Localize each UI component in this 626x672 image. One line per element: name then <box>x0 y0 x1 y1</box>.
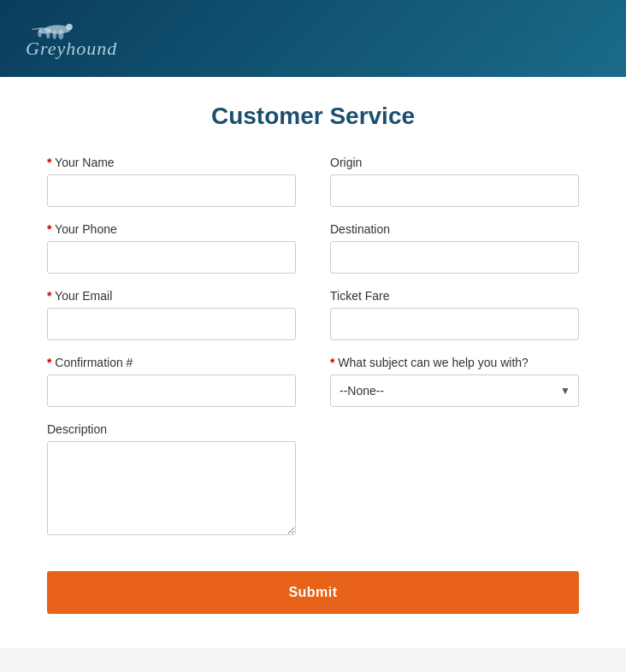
footer-bar <box>0 648 626 672</box>
required-star: * <box>47 289 51 303</box>
description-group: Description <box>47 422 296 539</box>
subject-group: * What subject can we help you with? --N… <box>330 356 579 407</box>
your-name-input[interactable] <box>47 174 296 207</box>
header: Greyhound <box>0 0 626 77</box>
logo-text: Greyhound <box>26 38 117 60</box>
origin-label: Origin <box>330 156 579 169</box>
ticket-fare-label: Ticket Fare <box>330 289 579 303</box>
subject-label: * What subject can we help you with? <box>330 356 579 369</box>
main-content: Customer Service * Your Name Origin * Y <box>0 77 626 648</box>
ticket-fare-group: Ticket Fare <box>330 289 579 340</box>
your-name-group: * Your Name <box>47 156 296 207</box>
your-email-input[interactable] <box>47 308 296 340</box>
your-email-label: * Your Email <box>47 289 296 303</box>
required-star: * <box>330 356 334 369</box>
your-phone-input[interactable] <box>47 241 296 274</box>
destination-label: Destination <box>330 222 579 236</box>
description-label: Description <box>47 422 296 436</box>
svg-point-2 <box>66 24 73 31</box>
your-email-group: * Your Email <box>47 289 296 340</box>
ticket-fare-input[interactable] <box>330 308 579 340</box>
destination-group: Destination <box>330 222 579 274</box>
required-star: * <box>47 222 51 236</box>
origin-group: Origin <box>330 156 579 207</box>
confirmation-label: * Confirmation # <box>47 356 296 369</box>
your-phone-group: * Your Phone <box>47 222 296 274</box>
your-name-label: * Your Name <box>47 156 296 169</box>
your-phone-label: * Your Phone <box>47 222 296 236</box>
page-title: Customer Service <box>47 103 579 130</box>
required-star: * <box>47 356 51 369</box>
subject-select[interactable]: --None-- <box>330 374 579 407</box>
subject-select-wrapper: --None-- <box>330 374 579 407</box>
confirmation-group: * Confirmation # <box>47 356 296 407</box>
origin-input[interactable] <box>330 174 579 207</box>
description-input[interactable] <box>47 441 296 535</box>
svg-point-6 <box>38 29 42 37</box>
submit-button[interactable]: Submit <box>47 571 579 614</box>
required-star: * <box>47 156 51 169</box>
customer-service-form: * Your Name Origin * Your Phone De <box>47 156 579 614</box>
form-grid: * Your Name Origin * Your Phone De <box>47 156 579 554</box>
confirmation-input[interactable] <box>47 374 296 407</box>
destination-input[interactable] <box>330 241 579 274</box>
logo-container: Greyhound <box>26 17 117 60</box>
